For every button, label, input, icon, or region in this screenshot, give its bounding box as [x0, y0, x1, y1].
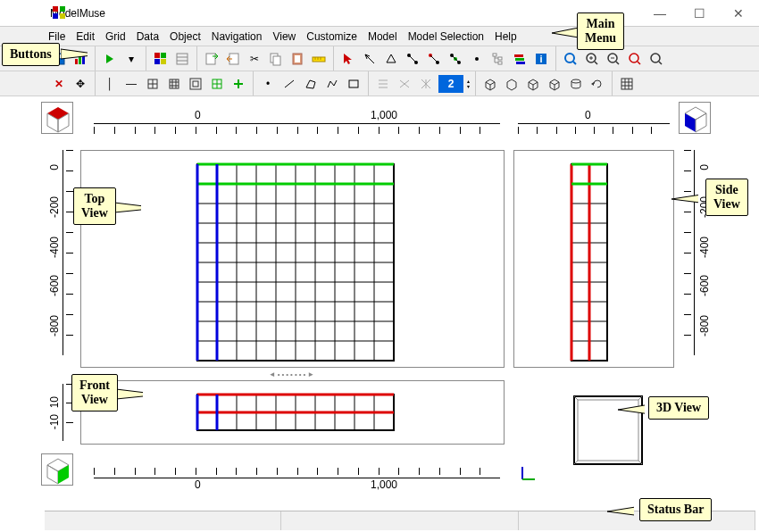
select-arrow-button[interactable]: [339, 50, 357, 68]
point-button[interactable]: [468, 50, 486, 68]
move-button[interactable]: ✥: [71, 75, 89, 93]
cube-a-button[interactable]: [481, 75, 499, 93]
data-button[interactable]: [173, 50, 191, 68]
menu-model[interactable]: Model: [368, 30, 397, 43]
tree-button[interactable]: [489, 50, 507, 68]
minimize-button[interactable]: —: [646, 6, 673, 21]
side-view-cube[interactable]: [679, 102, 711, 134]
cube-c-button[interactable]: [524, 75, 542, 93]
top-view-cube[interactable]: [41, 102, 73, 134]
svg-point-86: [571, 79, 580, 83]
dropdown-icon[interactable]: ▾: [122, 50, 140, 68]
grid-a-button[interactable]: [144, 75, 162, 93]
layers-button[interactable]: [511, 50, 529, 68]
export-button[interactable]: [203, 50, 221, 68]
info-button[interactable]: i: [532, 50, 550, 68]
bottom-ruler: [94, 468, 500, 478]
add-grid-button[interactable]: [229, 75, 247, 93]
zoom-out-button[interactable]: [605, 50, 622, 68]
front-view-panel[interactable]: [80, 380, 505, 445]
maximize-button[interactable]: ☐: [686, 6, 713, 21]
node-edit-button[interactable]: [404, 50, 421, 68]
svg-rect-13: [161, 59, 166, 64]
draw-point-button[interactable]: •: [259, 75, 277, 93]
grid-view-button[interactable]: [618, 75, 636, 93]
layer-spinner[interactable]: ▴▾: [467, 79, 470, 89]
color-grid-button[interactable]: [152, 50, 170, 68]
menu-object[interactable]: Object: [170, 30, 201, 43]
title-bar: ModelMuse — ☐ ✕: [0, 0, 759, 27]
close-button[interactable]: ✕: [725, 6, 752, 21]
hline-button[interactable]: —: [122, 75, 140, 93]
zoom-in-button[interactable]: [583, 50, 601, 68]
cube-b-button[interactable]: [503, 75, 521, 93]
cut-button[interactable]: ✂: [246, 50, 263, 68]
svg-marker-160: [116, 389, 143, 399]
svg-rect-11: [161, 53, 166, 58]
cube-d-button[interactable]: [546, 75, 563, 93]
left-ruler-800: -800: [48, 315, 61, 337]
side-view-panel[interactable]: [513, 150, 674, 368]
front-ruler-10: 10: [48, 396, 61, 408]
run-button[interactable]: [101, 50, 119, 68]
menu-navigation[interactable]: Navigation: [212, 30, 263, 43]
svg-rect-1: [60, 6, 65, 12]
top-ruler-label-0: 0: [195, 109, 201, 121]
svg-marker-157: [552, 28, 579, 37]
left-ruler: [63, 150, 73, 355]
svg-rect-22: [295, 55, 300, 62]
menu-view[interactable]: View: [272, 30, 296, 43]
mesh-a-button[interactable]: [374, 75, 392, 93]
svg-rect-63: [170, 79, 179, 88]
refresh-button[interactable]: [588, 75, 606, 93]
menu-data[interactable]: Data: [137, 30, 159, 43]
callout-3d-view: 3D View: [648, 396, 709, 420]
svg-point-58: [651, 54, 660, 62]
menu-model-selection[interactable]: Model Selection: [408, 30, 484, 43]
menu-help[interactable]: Help: [495, 30, 517, 43]
svg-rect-68: [190, 79, 201, 89]
svg-marker-76: [306, 80, 315, 88]
top-view-panel[interactable]: [80, 150, 505, 368]
front-view-cube[interactable]: [41, 453, 73, 486]
cylinder-button[interactable]: [567, 75, 585, 93]
app-icon: [52, 5, 66, 20]
left-ruler-0: 0: [48, 164, 61, 170]
svg-rect-39: [493, 54, 496, 56]
draw-rect-button[interactable]: [345, 75, 363, 93]
zoom-button[interactable]: [562, 50, 580, 68]
svg-marker-89: [591, 82, 594, 86]
layer-number-field[interactable]: 2: [438, 75, 463, 93]
svg-rect-41: [498, 62, 502, 64]
vline-button[interactable]: │: [101, 75, 119, 93]
svg-rect-23: [313, 57, 325, 62]
node-delete-button[interactable]: [425, 50, 443, 68]
splitter-horizontal[interactable]: ◄•••••••►: [80, 370, 505, 378]
mesh-b-button[interactable]: [396, 75, 413, 93]
draw-path-button[interactable]: [323, 75, 341, 93]
select-polygon-button[interactable]: [382, 50, 400, 68]
grid-b-button[interactable]: [165, 75, 183, 93]
zoom-extents-button[interactable]: [647, 50, 665, 68]
menu-customize[interactable]: Customize: [306, 30, 357, 43]
delete-button[interactable]: ✕: [50, 75, 68, 93]
node-insert-button[interactable]: [446, 50, 464, 68]
menu-edit[interactable]: Edit: [76, 30, 95, 43]
grid-c-button[interactable]: [187, 75, 204, 93]
paste-button[interactable]: [288, 50, 306, 68]
draw-polygon-button[interactable]: [302, 75, 320, 93]
copy-button[interactable]: [267, 50, 285, 68]
left-ruler-200: -200: [48, 196, 61, 218]
ruler-button[interactable]: [310, 50, 328, 68]
svg-line-48: [573, 62, 576, 64]
import-button[interactable]: [224, 50, 242, 68]
pan-button[interactable]: [626, 50, 644, 68]
draw-line-button[interactable]: [280, 75, 298, 93]
mesh-c-button[interactable]: [417, 75, 435, 93]
menu-file[interactable]: File: [48, 30, 65, 43]
menu-grid[interactable]: Grid: [105, 30, 126, 43]
svg-marker-156: [61, 49, 88, 59]
select-lasso-button[interactable]: [361, 50, 379, 68]
grid-on-button[interactable]: [208, 75, 226, 93]
svg-marker-161: [618, 404, 645, 414]
